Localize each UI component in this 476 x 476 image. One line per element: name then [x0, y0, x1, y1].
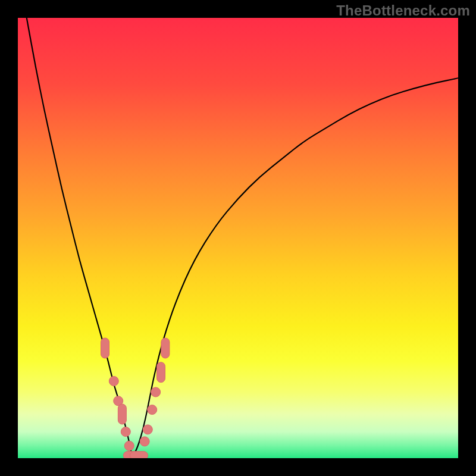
bottleneck-curve-left: [27, 18, 133, 457]
curve-layer: [18, 18, 458, 458]
data-marker-0: [101, 338, 109, 358]
data-marker-4: [121, 427, 130, 437]
data-marker-3: [118, 404, 126, 424]
data-marker-12: [157, 362, 165, 383]
data-marker-7: [130, 452, 148, 458]
plot-area: [18, 18, 458, 458]
data-marker-8: [140, 437, 149, 446]
data-marker-10: [148, 405, 157, 415]
watermark-text: TheBottleneck.com: [336, 2, 470, 19]
bottleneck-curve-right: [132, 78, 458, 456]
data-marker-5: [124, 441, 134, 450]
chart-stage: TheBottleneck.com: [0, 0, 476, 476]
data-marker-9: [143, 425, 152, 434]
data-marker-1: [109, 377, 118, 386]
data-marker-11: [151, 387, 161, 397]
data-marker-13: [161, 338, 170, 358]
